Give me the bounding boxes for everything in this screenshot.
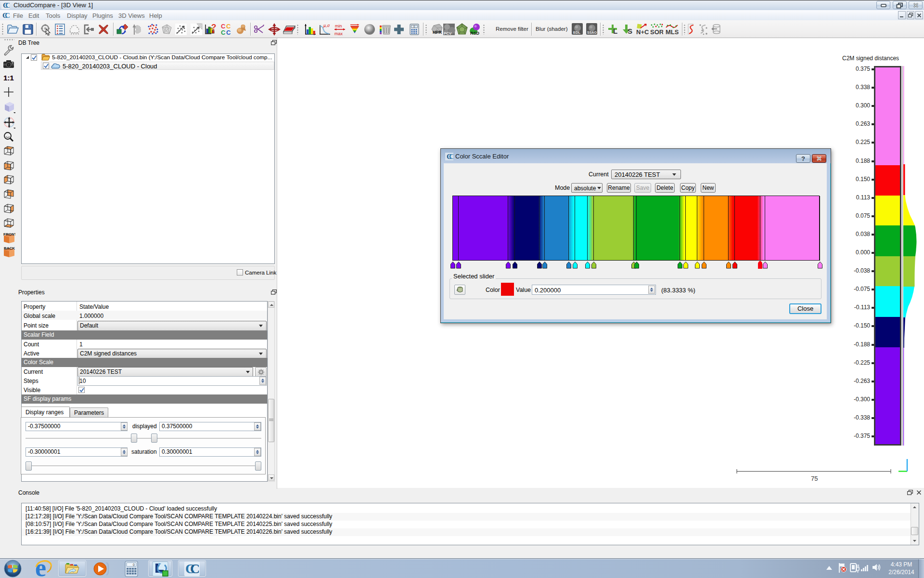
svg-text:BACK: BACK	[4, 246, 15, 250]
svg-text:0: 0	[413, 25, 415, 28]
svg-text:µ,σ: µ,σ	[323, 23, 330, 28]
svg-text:HPR: HPR	[433, 30, 442, 35]
svg-text:min: min	[335, 24, 342, 28]
svg-text:SOR: SOR	[650, 28, 663, 36]
svg-text:FRONT: FRONT	[3, 232, 15, 236]
svg-text:C: C	[190, 561, 200, 576]
svg-text:C: C	[221, 29, 226, 36]
svg-text:SSAO: SSAO	[587, 31, 597, 34]
svg-text:C: C	[5, 1, 10, 9]
svg-text:N+C: N+C	[636, 28, 649, 36]
svg-text:C: C	[5, 12, 10, 19]
svg-text:C: C	[449, 153, 453, 160]
svg-text:RSD: RSD	[470, 31, 480, 36]
svg-text:?: ?	[211, 23, 216, 32]
svg-text:L: L	[613, 27, 617, 35]
svg-text:PCV: PCV	[444, 31, 452, 36]
svg-text:S: S	[628, 27, 632, 35]
svg-text:75: 75	[811, 475, 818, 482]
svg-text:max: max	[334, 31, 343, 36]
svg-text:C: C	[226, 29, 231, 36]
svg-text:EDL: EDL	[573, 30, 580, 35]
svg-text:MLS: MLS	[666, 28, 679, 36]
svg-text:0: 0	[133, 563, 135, 566]
svg-text:e: e	[35, 560, 46, 578]
